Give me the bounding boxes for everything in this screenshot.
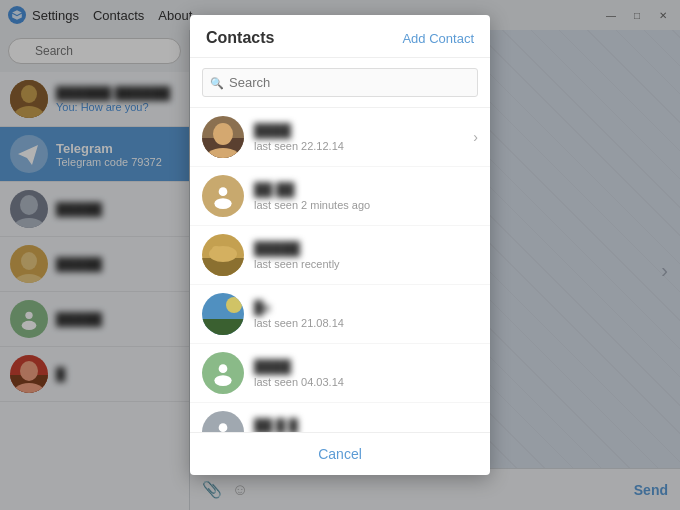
contact-status: last seen recently — [254, 258, 478, 270]
modal-title: Contacts — [206, 29, 274, 47]
contact-avatar — [202, 411, 244, 432]
contact-status: last seen 2 minutes ago — [254, 199, 478, 211]
svg-point-31 — [219, 423, 228, 432]
contact-info: ████ last seen 22.12.14 — [254, 123, 463, 152]
contact-item[interactable]: █████ last seen recently — [190, 226, 490, 285]
modal-header: Contacts Add Contact — [190, 15, 490, 58]
svg-rect-27 — [202, 319, 244, 335]
contact-item[interactable]: ████ last seen 22.12.14 › — [190, 108, 490, 167]
contact-arrow-icon: › — [473, 129, 478, 145]
svg-rect-25 — [212, 246, 220, 258]
contact-status: last seen 22.12.14 — [254, 140, 463, 152]
contact-avatar — [202, 352, 244, 394]
svg-point-18 — [213, 123, 233, 145]
contact-avatar — [202, 234, 244, 276]
contact-name: ████ — [254, 359, 478, 374]
contact-status: last seen 04.03.14 — [254, 376, 478, 388]
contact-name: █████ — [254, 241, 478, 256]
contact-avatar — [202, 175, 244, 217]
contact-status: last seen 21.08.14 — [254, 317, 478, 329]
contact-item[interactable]: ██ █ █ last seen 30.01.15 — [190, 403, 490, 432]
contact-info: █████ last seen recently — [254, 241, 478, 270]
cancel-button[interactable]: Cancel — [318, 446, 362, 462]
contact-info: ██ █ █ last seen 30.01.15 — [254, 418, 478, 433]
svg-point-29 — [219, 364, 228, 373]
modal-footer: Cancel — [190, 432, 490, 475]
contact-item[interactable]: █e last seen 21.08.14 — [190, 285, 490, 344]
add-contact-button[interactable]: Add Contact — [402, 31, 474, 46]
contact-name: ████ — [254, 123, 463, 138]
svg-point-28 — [226, 297, 242, 313]
modal-search-icon: 🔍 — [210, 76, 224, 89]
svg-point-21 — [214, 198, 231, 209]
contact-info: ████ last seen 04.03.14 — [254, 359, 478, 388]
contact-avatar — [202, 293, 244, 335]
modal-search-area: 🔍 — [190, 58, 490, 108]
contact-avatar — [202, 116, 244, 158]
contact-name: █e — [254, 300, 478, 315]
contacts-list: ████ last seen 22.12.14 › ██ ██ last see… — [190, 108, 490, 432]
contact-item[interactable]: ████ last seen 04.03.14 — [190, 344, 490, 403]
svg-point-20 — [219, 187, 228, 196]
contacts-modal: Contacts Add Contact 🔍 — [190, 15, 490, 475]
modal-search-input[interactable] — [202, 68, 478, 97]
modal-overlay: Contacts Add Contact 🔍 — [0, 0, 680, 510]
contact-name: ██ ██ — [254, 182, 478, 197]
contact-name: ██ █ █ — [254, 418, 478, 433]
contact-info: █e last seen 21.08.14 — [254, 300, 478, 329]
contact-info: ██ ██ last seen 2 minutes ago — [254, 182, 478, 211]
contact-item[interactable]: ██ ██ last seen 2 minutes ago — [190, 167, 490, 226]
svg-point-30 — [214, 375, 231, 386]
